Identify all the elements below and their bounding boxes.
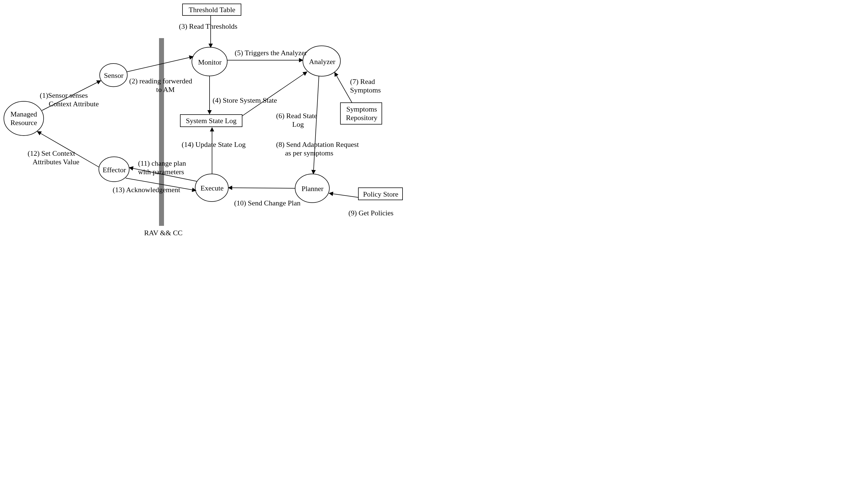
label-sensor: Sensor (103, 71, 124, 80)
arrow-e10 (228, 188, 295, 188)
arrow-e9 (329, 193, 358, 197)
label-planner: Planner (300, 184, 325, 193)
label-e11: (11) change plan with parameters (138, 159, 186, 176)
barrier-bar (159, 38, 164, 226)
diagram-stage: Managed Resource Sensor Effector Monitor… (0, 0, 410, 239)
label-e8: (8) Send Adaptation Request as per sympt… (276, 140, 359, 157)
label-e13: (13) Acknowledgement (113, 186, 180, 194)
label-threshold-table: Threshold Table (185, 5, 239, 14)
label-e7: (7) Read Symptoms (350, 77, 381, 94)
arrow-e6 (242, 72, 307, 116)
arrow-e7 (334, 72, 352, 103)
label-e9: (9) Get Policies (348, 209, 393, 217)
label-barrier: RAV && CC (144, 229, 182, 237)
label-e4: (4) Store System State (213, 96, 277, 105)
label-e1: (1)Sensor senses Context Attribute (40, 91, 99, 108)
label-system-state-log: System State Log (182, 117, 240, 125)
label-analyzer: Analyzer (307, 57, 338, 66)
label-policy-store: Policy Store (361, 190, 401, 198)
label-e5: (5) Triggers the Analyzer (235, 49, 307, 57)
label-managed-resource: Managed Resource (7, 110, 40, 127)
label-monitor: Monitor (196, 58, 224, 67)
label-execute: Execute (199, 184, 225, 192)
label-e2: (2) reading forwerded to AM (129, 77, 192, 94)
label-e12: (12) Set Context Attributes Value (28, 149, 79, 166)
label-symptoms-repository: Symptoms Repository (342, 105, 381, 122)
label-effector: Effector (102, 166, 127, 174)
label-e3: (3) Read Thresholds (179, 22, 238, 31)
label-e10: (10) Send Change Plan (234, 199, 300, 207)
label-e14: (14) Update State Log (182, 140, 246, 149)
label-e6: (6) Read State Log (276, 112, 317, 129)
